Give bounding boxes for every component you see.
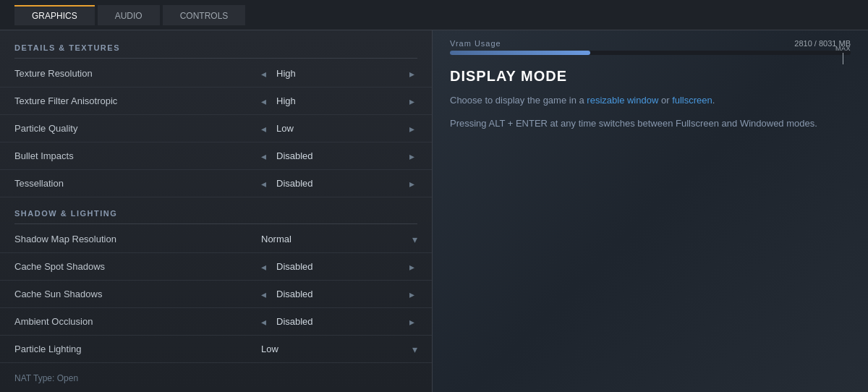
- section-header-1: SHADOW & LIGHTING: [0, 203, 432, 222]
- setting-label: Shadow Map Resolution: [14, 234, 116, 244]
- top-bar: GRAPHICS AUDIO CONTROLS: [0, 0, 868, 30]
- setting-value: Disabled: [273, 150, 402, 161]
- vram-header: Vram Usage 2810 / 8031 MB: [450, 39, 851, 48]
- setting-label: Ambient Occlusion: [14, 316, 93, 327]
- setting-value: Disabled: [273, 178, 402, 189]
- arrow-right-btn[interactable]: ▸: [407, 289, 417, 300]
- settings-container: DETAILS & TEXTURESTexture Resolution◂Hig…: [0, 38, 432, 363]
- setting-control: Normal▾: [258, 234, 417, 245]
- setting-label: Texture Filter Anisotropic: [14, 95, 117, 106]
- setting-control: ◂Low▸: [258, 123, 417, 135]
- vram-label: Vram Usage: [450, 39, 501, 48]
- setting-label: Particle Quality: [14, 123, 77, 134]
- setting-row: Texture Resolution◂High▸: [0, 60, 432, 88]
- setting-value: Low: [258, 344, 408, 354]
- setting-label: Texture Resolution: [14, 68, 93, 79]
- setting-row: Particle Quality◂Low▸: [0, 115, 432, 142]
- arrow-left-btn[interactable]: ◂: [258, 68, 269, 80]
- dropdown-arrow-icon[interactable]: ▾: [412, 344, 417, 355]
- arrow-right-btn[interactable]: ▸: [407, 123, 417, 135]
- vram-max-marker: MAX: [835, 45, 851, 64]
- arrow-right-btn[interactable]: ▸: [407, 150, 417, 162]
- setting-control: ◂High▸: [258, 95, 417, 107]
- display-mode-section: DISPLAY MODE Choose to display the game …: [450, 68, 851, 378]
- section-divider-1: [14, 223, 417, 224]
- arrow-left-btn[interactable]: ◂: [258, 95, 269, 107]
- tab-graphics[interactable]: GRAPHICS: [14, 5, 95, 25]
- setting-value: Disabled: [273, 289, 402, 299]
- setting-value: Disabled: [273, 261, 402, 272]
- setting-row: Ambient Occlusion◂Disabled▸: [0, 308, 432, 336]
- tab-bar: GRAPHICS AUDIO CONTROLS: [14, 5, 245, 25]
- display-mode-description: Choose to display the game in a resizabl…: [450, 93, 851, 108]
- arrow-right-btn[interactable]: ▸: [407, 95, 417, 107]
- section-header-0: DETAILS & TEXTURES: [0, 38, 432, 56]
- arrow-right-btn[interactable]: ▸: [407, 178, 417, 189]
- arrow-left-btn[interactable]: ◂: [258, 123, 269, 135]
- arrow-left-btn[interactable]: ◂: [258, 150, 269, 162]
- section-divider-0: [14, 58, 417, 59]
- arrow-right-btn[interactable]: ▸: [407, 68, 417, 80]
- arrow-right-btn[interactable]: ▸: [407, 316, 417, 328]
- arrow-left-btn[interactable]: ◂: [258, 178, 269, 189]
- setting-control: ◂Disabled▸: [258, 289, 417, 300]
- vram-section: Vram Usage 2810 / 8031 MB MAX: [450, 39, 851, 55]
- tab-audio[interactable]: AUDIO: [98, 5, 160, 25]
- fullscreen-link[interactable]: fullscreen: [672, 95, 712, 106]
- dropdown-arrow-icon[interactable]: ▾: [412, 234, 417, 245]
- left-panel: DETAILS & TEXTURESTexture Resolution◂Hig…: [0, 30, 433, 392]
- setting-value: Low: [273, 123, 402, 134]
- setting-label: Cache Sun Shadows: [14, 289, 102, 299]
- setting-row: Texture Filter Anisotropic◂High▸: [0, 88, 432, 115]
- arrow-left-btn[interactable]: ◂: [258, 261, 269, 273]
- setting-control: ◂Disabled▸: [258, 261, 417, 273]
- display-mode-note: Pressing ALT + ENTER at any time switche…: [450, 116, 851, 131]
- vram-max-label: MAX: [835, 45, 851, 52]
- setting-value: High: [273, 95, 402, 106]
- setting-control: ◂Disabled▸: [258, 316, 417, 328]
- setting-label: Bullet Impacts: [14, 150, 74, 161]
- tab-controls[interactable]: CONTROLS: [163, 5, 246, 25]
- setting-row: Cache Spot Shadows◂Disabled▸: [0, 253, 432, 281]
- vram-max-line: [843, 53, 843, 64]
- setting-value: High: [273, 68, 402, 79]
- setting-control: ◂High▸: [258, 68, 417, 80]
- arrow-left-btn[interactable]: ◂: [258, 289, 269, 300]
- display-mode-title: DISPLAY MODE: [450, 68, 851, 85]
- setting-row: Cache Sun Shadows◂Disabled▸: [0, 281, 432, 308]
- main-content: DETAILS & TEXTURESTexture Resolution◂Hig…: [0, 30, 868, 392]
- setting-row: Shadow Map ResolutionNormal▾: [0, 226, 432, 253]
- vram-bar-fill: [450, 51, 590, 55]
- setting-row: Particle LightingLow▾: [0, 336, 432, 363]
- setting-control: ◂Disabled▸: [258, 150, 417, 162]
- resizable-window-link[interactable]: resizable window: [587, 95, 658, 106]
- setting-label: Particle Lighting: [14, 344, 82, 354]
- arrow-left-btn[interactable]: ◂: [258, 316, 269, 328]
- setting-row: Tessellation◂Disabled▸: [0, 170, 432, 197]
- setting-value: Normal: [258, 234, 408, 244]
- nat-type: NAT Type: Open: [14, 373, 78, 383]
- setting-control: ◂Disabled▸: [258, 178, 417, 189]
- setting-label: Tessellation: [14, 178, 64, 189]
- arrow-right-btn[interactable]: ▸: [407, 261, 417, 273]
- right-panel: Vram Usage 2810 / 8031 MB MAX DISPLAY MO…: [433, 30, 868, 392]
- setting-control: Low▾: [258, 344, 417, 355]
- setting-row: Bullet Impacts◂Disabled▸: [0, 142, 432, 170]
- vram-bar-container: MAX: [450, 51, 851, 55]
- setting-label: Cache Spot Shadows: [14, 261, 105, 272]
- setting-value: Disabled: [273, 316, 402, 327]
